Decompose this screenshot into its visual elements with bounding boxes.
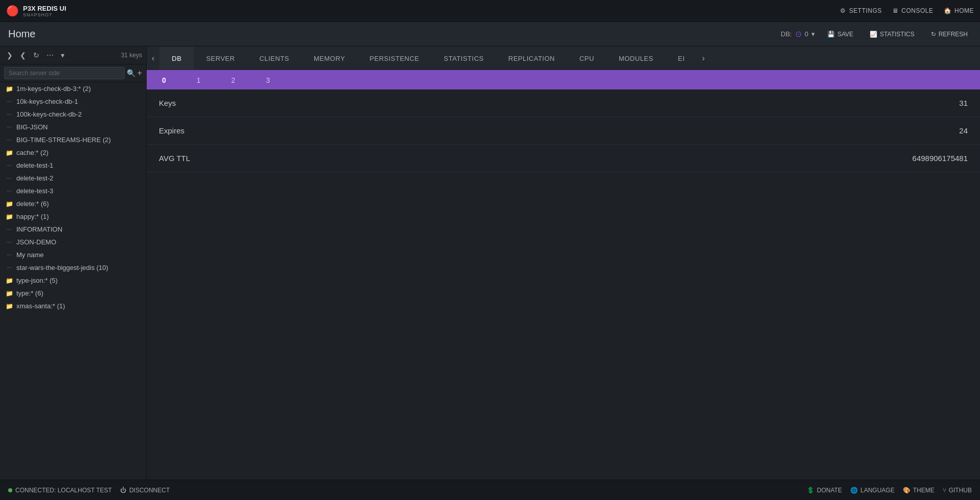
list-item[interactable]: ···delete-test-2 (0, 172, 146, 185)
expires-label: Expires (159, 126, 184, 135)
list-item-label: cache:* (2) (16, 149, 49, 156)
tabs-prev-button[interactable]: ‹ (147, 47, 159, 70)
tab-modules[interactable]: MODULES (606, 47, 666, 71)
folder-icon: 📁 (5, 213, 13, 220)
disconnect-label: DISCONNECT (129, 487, 170, 494)
db-tab-0[interactable]: 0 (147, 71, 181, 89)
list-item-label: 1m-keys-check-db-3:* (2) (16, 85, 91, 93)
connected-label: CONNECTED: LOCALHOST TEST (15, 487, 112, 494)
home-button[interactable]: 🏠 HOME (944, 7, 974, 14)
db-selector: DB: ⊙ 0 ▾ (781, 29, 815, 39)
list-item[interactable]: ···BIG-JSON (0, 121, 146, 133)
search-button[interactable]: 🔍 (127, 69, 135, 77)
key-icon: ··· (5, 99, 13, 104)
tab-memory[interactable]: MEMORY (301, 47, 357, 71)
refresh-tree-button[interactable]: ↻ (31, 50, 42, 61)
more-options-button[interactable]: ⋯ (44, 50, 56, 61)
expand-button[interactable]: ❮ (17, 50, 29, 61)
list-item[interactable]: ···INFORMATION (0, 223, 146, 236)
refresh-button[interactable]: ↻ REFRESH (927, 29, 972, 40)
page-title: Home (8, 28, 775, 40)
tab-replication[interactable]: REPLICATION (496, 47, 567, 71)
list-item[interactable]: 📁happy:* (1) (0, 210, 146, 223)
tab-statistics[interactable]: STATISTICS (432, 47, 496, 71)
home-label: HOME (954, 7, 974, 14)
list-item[interactable]: 📁type-json:* (5) (0, 274, 146, 287)
list-item-label: delete-test-3 (16, 187, 53, 195)
tab-db[interactable]: DB (159, 47, 194, 71)
list-item[interactable]: 📁1m-keys-check-db-3:* (2) (0, 82, 146, 95)
content-body: Keys 31 Expires 24 AVG TTL 6498906175481 (147, 89, 980, 480)
connected-status: CONNECTED: LOCALHOST TEST (8, 487, 112, 494)
home-icon: 🏠 (944, 7, 952, 14)
app-logo: 🔴 P3X REDIS UI SNAPSHOT (6, 5, 66, 17)
list-item[interactable]: ···BIG-TIME-STREAMS-HERE (2) (0, 133, 146, 146)
settings-button[interactable]: ⚙ SETTINGS (840, 7, 882, 14)
list-item[interactable]: ···My name (0, 248, 146, 261)
tabs-next-button[interactable]: › (697, 47, 710, 70)
power-icon: ⏻ (120, 487, 126, 494)
save-button[interactable]: 💾 SAVE (823, 29, 857, 40)
status-left: CONNECTED: LOCALHOST TEST ⏻ DISCONNECT (8, 487, 170, 494)
folder-icon: 📁 (5, 149, 13, 156)
list-item-label: My name (16, 251, 43, 259)
list-item-label: INFORMATION (16, 225, 62, 233)
language-label: LANGUAGE (860, 487, 895, 494)
save-label: SAVE (837, 31, 853, 38)
key-icon: ··· (5, 239, 13, 245)
list-item-label: 100k-keys-check-db-2 (16, 110, 82, 118)
db-label: DB: (781, 30, 792, 38)
refresh-label: REFRESH (939, 31, 968, 38)
key-icon: ··· (5, 188, 13, 194)
tab-cpu[interactable]: CPU (567, 47, 606, 71)
github-button[interactable]: ⑂ GITHUB (943, 487, 972, 494)
settings-label: SETTINGS (849, 7, 882, 14)
collapse-button[interactable]: ❯ (4, 50, 15, 61)
tab-persistence[interactable]: PERSISTENCE (357, 47, 431, 71)
app-subtitle: SNAPSHOT (23, 12, 66, 17)
tab-ei[interactable]: EI (666, 47, 697, 71)
key-icon: ··· (5, 175, 13, 181)
settings-tree-button[interactable]: ▾ (58, 50, 67, 61)
list-item[interactable]: ···delete-test-3 (0, 185, 146, 197)
avg-ttl-value: 6498906175481 (913, 154, 968, 163)
theme-button[interactable]: 🎨 THEME (903, 487, 935, 494)
console-button[interactable]: 🖥 CONSOLE (892, 7, 934, 14)
tab-clients[interactable]: CLIENTS (247, 47, 301, 71)
db-tab-3[interactable]: 3 (250, 71, 285, 89)
disconnect-button[interactable]: ⏻ DISCONNECT (120, 487, 170, 494)
status-bar: CONNECTED: LOCALHOST TEST ⏻ DISCONNECT 💲… (0, 480, 980, 500)
donate-icon: 💲 (807, 487, 814, 494)
list-item-label: JSON-DEMO (16, 238, 56, 246)
search-input[interactable] (4, 67, 125, 79)
db-tab-2[interactable]: 2 (216, 71, 251, 89)
list-item-label: 10k-keys-check-db-1 (16, 98, 78, 105)
tab-server[interactable]: SERVER (194, 47, 247, 71)
list-item[interactable]: 📁type:* (6) (0, 287, 146, 300)
tabs-bar: ‹ DB SERVER CLIENTS MEMORY PERSISTENCE S… (147, 47, 980, 71)
list-item[interactable]: ···JSON-DEMO (0, 236, 146, 248)
folder-icon: 📁 (5, 303, 13, 310)
refresh-icon: ↻ (931, 31, 936, 38)
list-item[interactable]: ···star-wars-the-biggest-jedis (10) (0, 261, 146, 274)
list-item[interactable]: 📁delete:* (6) (0, 197, 146, 210)
app-logo-icon: 🔴 (6, 5, 19, 17)
db-tab-1[interactable]: 1 (181, 71, 216, 89)
donate-button[interactable]: 💲 DONATE (807, 487, 842, 494)
language-button[interactable]: 🌐 LANGUAGE (850, 487, 895, 494)
statistics-button[interactable]: 📈 STATISTICS (866, 29, 919, 40)
avg-ttl-label: AVG TTL (159, 154, 190, 163)
list-item[interactable]: ···10k-keys-check-db-1 (0, 95, 146, 108)
list-item[interactable]: 📁cache:* (2) (0, 146, 146, 159)
keys-label: Keys (159, 99, 176, 107)
console-icon: 🖥 (892, 7, 899, 14)
list-item[interactable]: 📁xmas-santa:* (1) (0, 300, 146, 312)
github-label: GITHUB (949, 487, 972, 494)
statistics-icon: 📈 (870, 31, 877, 38)
add-key-button[interactable]: + (137, 69, 142, 78)
list-item[interactable]: ···100k-keys-check-db-2 (0, 108, 146, 121)
list-item-label: BIG-JSON (16, 123, 48, 131)
db-dropdown-icon[interactable]: ▾ (811, 30, 815, 38)
list-item[interactable]: ···delete-test-1 (0, 159, 146, 172)
top-nav: 🔴 P3X REDIS UI SNAPSHOT ⚙ SETTINGS 🖥 CON… (0, 0, 980, 22)
